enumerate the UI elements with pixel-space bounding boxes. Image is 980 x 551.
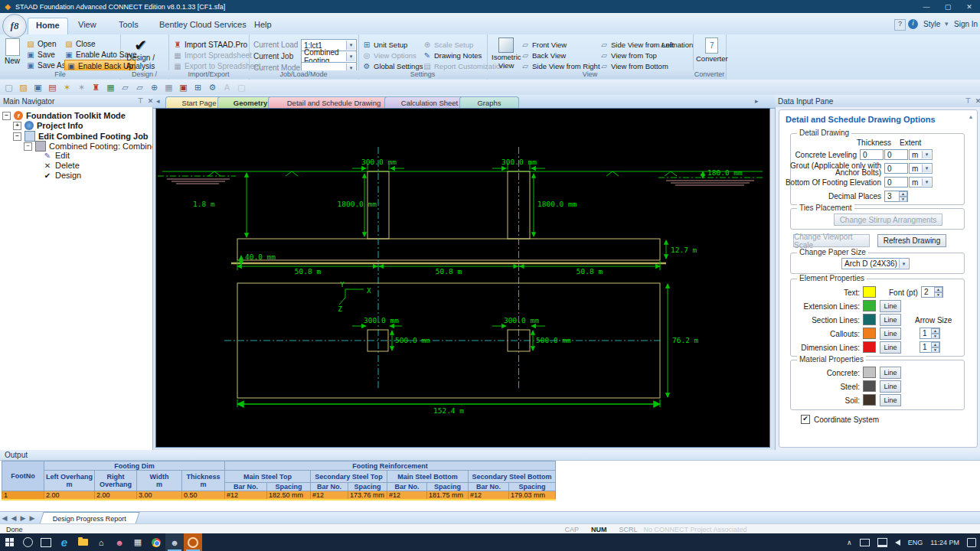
tab-design-progress-report[interactable]: Design Progress Report <box>39 512 139 524</box>
render-icon[interactable]: ▣ <box>178 82 189 93</box>
staad-foundation-button[interactable] <box>184 533 202 551</box>
tab-detail-schedule-drawing[interactable]: Detail and Schedule Drawing <box>268 96 400 109</box>
tree-item-foundation-toolkit-mode[interactable]: − f Foundation Toolkit Mode <box>2 111 126 120</box>
collapse-icon[interactable]: − <box>2 112 11 120</box>
tree-item-project-info[interactable]: + Project Info <box>13 121 83 130</box>
staad-pro-button[interactable]: ☻ <box>165 533 184 551</box>
section-color-swatch[interactable] <box>863 314 876 325</box>
isometric-view-button[interactable]: Isometric View <box>492 37 521 70</box>
callouts-arrow-stepper[interactable]: 1▲▼ <box>920 328 940 339</box>
store-button[interactable]: ⌂ <box>92 533 110 551</box>
callouts-line-button[interactable]: Line <box>880 328 901 340</box>
tree-item-edit-combined-footing-job[interactable]: − Edit Combined Footing Job <box>13 131 149 142</box>
scale-setup-button[interactable]: ⊕ Scale Setup <box>423 40 473 49</box>
pin-icon[interactable]: ⊤ <box>963 97 973 105</box>
restore-button[interactable]: ▢ <box>937 0 959 13</box>
tab-scroll-left-icon[interactable]: ◂ <box>156 97 160 105</box>
export-spreadsheet-button[interactable]: ▦ Export to Spreadsheet <box>173 61 261 70</box>
style-dropdown-icon[interactable]: ▾ <box>945 20 949 28</box>
change-viewport-scale-button[interactable]: Change Viewport Scale <box>793 234 870 247</box>
grout-unit-dropdown[interactable]: m▾ <box>909 163 933 174</box>
network-icon[interactable] <box>877 538 887 547</box>
new-icon[interactable]: ▢ <box>3 82 15 93</box>
star-icon[interactable]: ✶ <box>76 82 87 93</box>
concrete-unit-dropdown[interactable]: m▾ <box>909 149 933 160</box>
concrete-color-swatch[interactable] <box>863 367 876 378</box>
unit-setup-icon[interactable]: ⊞ <box>192 82 204 93</box>
nav-last-icon[interactable]: ▶ <box>28 514 37 522</box>
expand-icon[interactable]: + <box>13 122 21 130</box>
open-button[interactable]: ▨ Open <box>26 39 56 48</box>
bottom-elevation-input[interactable]: 0 <box>884 177 908 187</box>
edge-button[interactable]: e <box>55 533 74 551</box>
notification-center-icon[interactable] <box>967 538 976 547</box>
front-cube-icon[interactable]: ▱ <box>119 82 131 93</box>
drawing-canvas[interactable]: 180.0 mm 1.8 m 300.0 mm 300.0 mm 180 <box>155 108 770 448</box>
open-icon[interactable]: ▨ <box>18 82 29 93</box>
bottom-unit-dropdown[interactable]: m▾ <box>909 177 933 187</box>
calculator-button[interactable]: ▦ <box>129 533 147 551</box>
sign-in-button[interactable]: Sign In <box>954 20 978 28</box>
minimize-button[interactable]: — <box>916 0 937 13</box>
back-cube-icon[interactable]: ▱ <box>134 82 145 93</box>
nav-next-icon[interactable]: ▶ <box>18 514 28 522</box>
report-icon[interactable]: ▤ <box>47 82 58 93</box>
import-staad-pro-button[interactable]: ♜ Import STAAD.Pro <box>173 40 247 49</box>
tray-expand-icon[interactable]: ∧ <box>847 539 852 546</box>
search-button[interactable] <box>18 533 37 551</box>
font-size-stepper[interactable]: 2▲▼ <box>921 286 943 298</box>
concrete-line-button[interactable]: Line <box>880 367 901 379</box>
view-from-bottom-button[interactable]: ▱ View from Bottom <box>599 61 668 70</box>
steel-color-swatch[interactable] <box>863 380 876 392</box>
info-icon[interactable]: i <box>908 19 918 29</box>
front-view-button[interactable]: ▱ Front View <box>521 40 567 49</box>
nav-first-icon[interactable]: ◀ <box>0 514 9 522</box>
callouts-color-swatch[interactable] <box>863 328 876 339</box>
zoom-extents-icon[interactable]: ⊕ <box>149 82 160 93</box>
current-job-dropdown[interactable]: Combined Footing▾ <box>301 51 357 63</box>
view-from-top-button[interactable]: ▱ View from Top <box>599 51 657 60</box>
style-menu[interactable]: Style <box>923 20 940 28</box>
battery-icon[interactable] <box>860 539 870 546</box>
concrete-extent-input[interactable]: 0 <box>884 149 908 160</box>
section-line-button[interactable]: Line <box>880 314 901 326</box>
settings-gear-icon[interactable]: ⚙ <box>207 82 218 93</box>
spreadsheet-icon[interactable]: ▦ <box>105 82 116 93</box>
save-icon[interactable]: ▣ <box>32 82 44 93</box>
nav-prev-icon[interactable]: ◀ <box>9 514 18 522</box>
window-tool-icon[interactable]: ▢ <box>236 82 247 93</box>
tab-scroll-right-icon[interactable]: ▸ <box>755 97 759 105</box>
tab-home[interactable]: Home <box>28 18 68 36</box>
back-view-button[interactable]: ▱ Back View <box>521 51 566 60</box>
task-view-button[interactable] <box>37 533 55 551</box>
extension-color-swatch[interactable] <box>863 300 876 311</box>
paper-size-dropdown[interactable]: Arch D (24X36)▾ <box>841 258 910 269</box>
clock[interactable]: 11:24 PM <box>930 539 959 546</box>
volume-icon[interactable] <box>895 540 900 546</box>
concrete-thickness-input[interactable]: 0 <box>860 149 884 160</box>
import-spreadsheet-button[interactable]: ▦ Import Spreadsheet <box>173 51 252 60</box>
table-row[interactable]: 1 2.002.00 3.000.50 #12182.50 mm #12173.… <box>2 491 556 500</box>
soil-color-swatch[interactable] <box>863 394 876 406</box>
drawing-notes-button[interactable]: ✎ Drawing Notes <box>423 51 482 60</box>
new-button[interactable]: New <box>5 38 20 65</box>
save-button[interactable]: ▣ Save <box>26 50 55 59</box>
tree-item-design[interactable]: ✔ Design <box>43 171 81 180</box>
pin-icon[interactable]: ⊤ <box>136 97 145 105</box>
unit-setup-button[interactable]: ⊞ Unit Setup <box>362 40 407 49</box>
tab-help[interactable]: Help <box>247 18 279 35</box>
collapse-icon[interactable]: − <box>13 132 21 141</box>
text-color-swatch[interactable] <box>863 286 876 298</box>
tree-item-edit[interactable]: ✎ Edit <box>43 151 70 160</box>
steel-line-button[interactable]: Line <box>880 380 901 393</box>
extension-line-button[interactable]: Line <box>880 300 901 312</box>
design-analysis-button[interactable]: ✔ Design / Analysis <box>126 37 155 70</box>
decimal-places-stepper[interactable]: 3▲▼ <box>884 191 908 202</box>
output-table[interactable]: FootNo Footing Dim Footing Reinforcement… <box>2 461 556 500</box>
refresh-drawing-button[interactable]: Refresh Drawing <box>877 234 946 247</box>
tab-graphs[interactable]: Graphs <box>459 96 519 109</box>
view-options-button[interactable]: ◎ View Options <box>362 51 416 60</box>
favorites-icon[interactable]: ✶ <box>61 82 73 93</box>
save-as-button[interactable]: ▣ Save As <box>26 60 66 70</box>
tab-view[interactable]: View <box>70 18 104 35</box>
